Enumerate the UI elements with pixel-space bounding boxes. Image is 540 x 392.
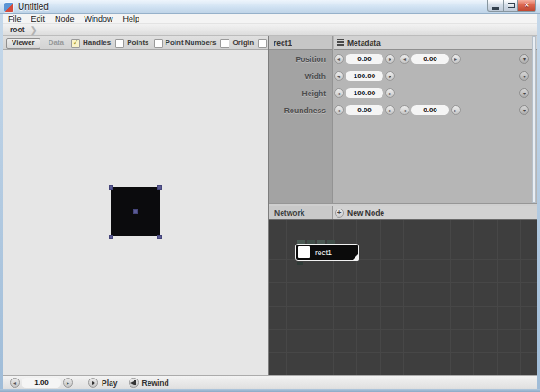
play-icon xyxy=(88,378,98,388)
roundness-x-value[interactable]: 0.00 xyxy=(346,105,383,115)
spinner-increment-icon[interactable]: ▸ xyxy=(385,71,395,81)
spinner-increment-icon[interactable]: ▸ xyxy=(385,54,395,64)
window-title: Untitled xyxy=(18,2,49,12)
menu-item-file[interactable]: File xyxy=(8,14,22,23)
network-pane-label: Network xyxy=(269,206,333,219)
spinner-decrement-icon[interactable]: ◂ xyxy=(334,54,344,64)
param-menu-button[interactable]: ▾ xyxy=(519,54,529,64)
spinner-decrement-icon[interactable]: ◂ xyxy=(10,378,20,388)
spinner-increment-icon[interactable]: ▸ xyxy=(451,54,461,64)
metadata-icon xyxy=(338,39,344,47)
minimize-button[interactable] xyxy=(487,0,504,12)
maximize-button[interactable] xyxy=(504,0,518,12)
param-label: Height xyxy=(269,89,334,98)
play-button[interactable]: Play xyxy=(88,378,118,388)
param-label: Position xyxy=(269,55,334,64)
checkbox-label: Points xyxy=(127,39,148,47)
close-button[interactable]: ✕ xyxy=(518,0,536,12)
spinner-increment-icon[interactable]: ▸ xyxy=(385,88,395,98)
roundness-y-spinner: ◂ 0.00 ▸ xyxy=(400,105,461,115)
breadcrumb-root[interactable]: root xyxy=(10,25,25,34)
viewer-toolbar: Viewer Data ✓ Handles Points Point Numbe… xyxy=(3,36,268,50)
plus-icon: + xyxy=(335,209,344,218)
checkbox-box xyxy=(154,39,163,48)
spinner-decrement-icon[interactable]: ◂ xyxy=(334,88,344,98)
node-rect1[interactable]: rect1 xyxy=(295,244,359,261)
checkbox-box: ✓ xyxy=(71,39,80,48)
param-row-width: Width ◂ 100.00 ▸ ▾ xyxy=(269,67,537,85)
rewind-icon xyxy=(129,378,139,388)
node-corner-fold-icon xyxy=(352,254,359,261)
position-x-value[interactable]: 0.00 xyxy=(346,54,383,64)
param-menu-button[interactable]: ▾ xyxy=(519,71,529,81)
width-value[interactable]: 100.00 xyxy=(346,71,383,81)
spinner-decrement-icon[interactable]: ◂ xyxy=(400,105,410,115)
position-y-value[interactable]: 0.00 xyxy=(411,54,449,64)
checkbox-box xyxy=(220,39,230,48)
tab-data[interactable]: Data xyxy=(46,39,67,47)
menu-item-help[interactable]: Help xyxy=(123,14,140,23)
param-menu-button[interactable]: ▾ xyxy=(519,88,529,98)
animation-bar: ◂ 1.00 ▸ Play Rewind xyxy=(3,375,537,389)
spinner-increment-icon[interactable]: ▸ xyxy=(63,378,73,388)
metadata-header[interactable]: Metadata xyxy=(334,36,537,50)
right-panel: rect1 Metadata Position ◂ 0.00 ▸ ◂ 0.00 … xyxy=(269,36,537,375)
close-icon: ✕ xyxy=(525,2,530,9)
width-spinner: ◂ 100.00 ▸ xyxy=(334,71,395,81)
app-icon xyxy=(4,3,14,12)
position-x-spinner: ◂ 0.00 ▸ xyxy=(334,54,395,64)
spinner-increment-icon[interactable]: ▸ xyxy=(451,105,461,115)
title-bar: Untitled ✕ xyxy=(0,0,540,14)
spinner-decrement-icon[interactable]: ◂ xyxy=(334,105,344,115)
checkbox-box xyxy=(115,39,124,48)
network-grid[interactable]: rect1 xyxy=(269,220,537,375)
node-output-port[interactable] xyxy=(297,262,303,265)
check-icon: ✓ xyxy=(73,40,79,47)
spinner-decrement-icon[interactable]: ◂ xyxy=(334,71,344,81)
corner-handle-bottom-right[interactable] xyxy=(158,235,162,239)
new-node-button[interactable]: + New Node xyxy=(335,207,384,218)
frame-value[interactable]: 1.00 xyxy=(22,378,61,388)
roundness-x-spinner: ◂ 0.00 ▸ xyxy=(334,105,395,115)
new-node-label: New Node xyxy=(347,209,384,218)
param-label: Width xyxy=(269,72,334,81)
checkbox-box xyxy=(258,39,267,48)
maximize-icon xyxy=(508,3,515,8)
checkbox-point-numbers[interactable]: Point Numbers xyxy=(154,39,217,48)
frame-spinner: ◂ 1.00 ▸ xyxy=(10,378,73,388)
rewind-label: Rewind xyxy=(142,379,169,388)
height-value[interactable]: 100.00 xyxy=(346,88,383,98)
param-menu-button[interactable]: ▾ xyxy=(519,105,529,115)
roundness-y-value[interactable]: 0.00 xyxy=(411,105,449,115)
spinner-decrement-icon[interactable]: ◂ xyxy=(400,54,410,64)
checkbox-label: Point Numbers xyxy=(166,39,217,47)
param-row-roundness: Roundness ◂ 0.00 ▸ ◂ 0.00 ▸ ▾ xyxy=(269,102,537,119)
corner-handle-top-left[interactable] xyxy=(109,185,113,190)
spinner-increment-icon[interactable]: ▸ xyxy=(385,105,395,115)
metadata-label: Metadata xyxy=(347,39,381,48)
selected-node-name: rect1 xyxy=(269,36,333,50)
center-handle[interactable] xyxy=(133,209,138,214)
window-border-left xyxy=(0,14,3,392)
rewind-button[interactable]: Rewind xyxy=(129,378,169,388)
checkbox-bounds[interactable]: Bounds xyxy=(258,39,268,48)
param-row-position: Position ◂ 0.00 ▸ ◂ 0.00 ▸ ▾ xyxy=(269,50,537,67)
param-label: Roundness xyxy=(269,106,334,115)
checkbox-points[interactable]: Points xyxy=(115,39,148,48)
corner-handle-bottom-left[interactable] xyxy=(109,235,113,239)
corner-handle-top-right[interactable] xyxy=(158,185,162,190)
menu-item-node[interactable]: Node xyxy=(55,14,75,23)
param-scrollbar[interactable] xyxy=(532,36,536,203)
viewer-canvas[interactable] xyxy=(3,50,268,375)
menu-item-window[interactable]: Window xyxy=(85,14,113,23)
menu-item-edit[interactable]: Edit xyxy=(32,14,46,23)
checkbox-handles[interactable]: ✓ Handles xyxy=(71,39,111,48)
node-type-icon xyxy=(298,246,310,258)
window-controls: ✕ xyxy=(487,0,536,12)
play-label: Play xyxy=(102,379,118,388)
breadcrumb: root ❯ xyxy=(3,24,537,36)
tab-viewer[interactable]: Viewer xyxy=(6,38,40,49)
param-row-height: Height ◂ 100.00 ▸ ▾ xyxy=(269,85,537,102)
checkbox-label: Handles xyxy=(83,39,111,47)
checkbox-origin[interactable]: Origin xyxy=(220,39,254,48)
